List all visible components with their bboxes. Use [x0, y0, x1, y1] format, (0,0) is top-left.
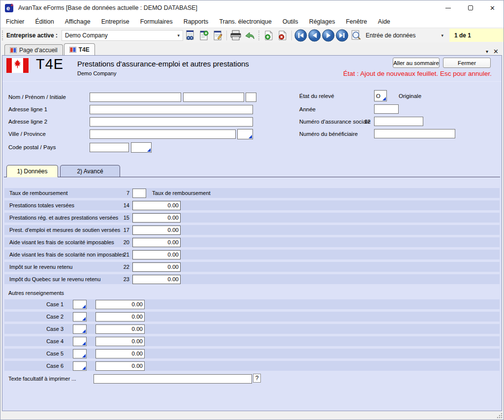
resize-grip-icon[interactable]	[496, 412, 503, 419]
initial-field[interactable]	[246, 92, 256, 102]
first-name-field[interactable]	[183, 92, 244, 102]
close-form-button[interactable]: Fermer	[443, 58, 491, 68]
find-company-button[interactable]	[184, 30, 196, 41]
year-field[interactable]	[374, 104, 399, 114]
case1-code-field[interactable]	[73, 299, 87, 309]
menu-fichier[interactable]: Fichier	[0, 16, 30, 27]
printer-icon	[230, 30, 242, 41]
postal-code-field[interactable]	[90, 142, 129, 152]
last-record-button[interactable]	[336, 30, 348, 41]
amount-field-23[interactable]	[132, 274, 181, 284]
window-title: AvanTax eForms [Base de données actuelle…	[18, 4, 197, 11]
case1-amount-field[interactable]	[95, 299, 145, 309]
row-box-number: 17	[117, 225, 129, 235]
mode-combobox[interactable]: Entrée de données ▾	[363, 30, 446, 41]
go-to-summary-button[interactable]: Aller au sommaire	[393, 58, 440, 68]
city-field[interactable]	[90, 129, 236, 139]
add-slip-button[interactable]	[262, 30, 275, 41]
case5-amount-field[interactable]	[95, 349, 145, 358]
case4-code-field[interactable]	[73, 336, 87, 346]
amount-field-17[interactable]	[132, 225, 181, 235]
slip-state-label: État du relevé	[299, 91, 334, 101]
chevron-down-icon[interactable]: ▾	[175, 33, 183, 38]
case4-amount-field[interactable]	[95, 336, 145, 346]
amount-field-20[interactable]	[132, 237, 181, 247]
edit-company-button[interactable]	[211, 30, 224, 41]
document-binoculars-icon	[185, 30, 195, 41]
subtab-avance[interactable]: 2) Avancé	[60, 165, 120, 177]
country-field[interactable]	[131, 142, 152, 153]
case2-code-field[interactable]	[73, 312, 87, 322]
menu-reglages[interactable]: Réglages	[304, 16, 341, 27]
case-label: Case 1	[9, 299, 63, 309]
close-button[interactable]: ✕	[481, 0, 504, 15]
active-company-label: Entreprise active :	[6, 32, 58, 39]
tab-close-icon[interactable]: ✕	[493, 48, 499, 55]
help-button[interactable]: ?	[253, 374, 261, 383]
case3-code-field[interactable]	[73, 324, 87, 334]
toolbar-separator	[226, 31, 227, 40]
amount-field-14[interactable]	[132, 200, 181, 210]
tab-page-accueil[interactable]: Page d'accueil	[4, 44, 63, 55]
case5-code-field[interactable]	[73, 349, 87, 358]
menu-aide[interactable]: Aide	[373, 16, 396, 27]
toolbar-separator	[258, 31, 260, 40]
address2-label: Adresse ligne 2	[8, 117, 47, 127]
nav-last-icon	[336, 29, 348, 42]
subtab-donnees[interactable]: 1) Données	[6, 165, 58, 177]
canada-flag-icon	[6, 58, 29, 73]
case6-amount-field[interactable]	[95, 361, 145, 371]
case-row-5: Case 5	[4, 349, 500, 358]
company-combobox[interactable]: Demo Company ▾	[62, 30, 183, 41]
tab-t4e[interactable]: T4E	[64, 43, 95, 55]
form-code: T4E	[36, 56, 63, 72]
amount-field-15[interactable]	[132, 213, 181, 223]
menu-formulaires[interactable]: Formulaires	[135, 16, 178, 27]
chevron-down-icon[interactable]: ▾	[438, 33, 446, 38]
maximize-button[interactable]	[459, 0, 481, 15]
tab-bar-controls: ▾ ✕	[486, 48, 504, 55]
first-record-button[interactable]	[294, 30, 307, 41]
preview-button[interactable]	[349, 30, 362, 41]
case-row-6: Case 6	[4, 361, 500, 371]
menu-entreprise[interactable]: Entreprise	[96, 16, 135, 27]
magnifier-page-icon	[350, 30, 362, 41]
last-name-field[interactable]	[90, 92, 181, 102]
case-label: Case 5	[9, 349, 63, 358]
add-company-button[interactable]	[197, 30, 210, 41]
amount-field-22[interactable]	[132, 262, 181, 272]
undo-button[interactable]	[243, 30, 256, 41]
province-field[interactable]	[237, 129, 253, 139]
menu-outils[interactable]: Outils	[277, 16, 304, 27]
case2-amount-field[interactable]	[95, 312, 145, 322]
subtab-divider	[4, 177, 500, 177]
menu-fenetre[interactable]: Fenêtre	[341, 16, 373, 27]
minimize-button[interactable]	[437, 0, 459, 15]
window-controls: ✕	[437, 0, 504, 15]
menu-trans-electronique[interactable]: Trans. électronique	[214, 16, 277, 27]
slip-state-field[interactable]	[374, 90, 387, 101]
address1-label: Adresse ligne 1	[8, 104, 47, 114]
sin-field[interactable]	[374, 116, 423, 126]
tab-list-icon[interactable]: ▾	[486, 49, 488, 54]
row-box-number: 22	[117, 262, 129, 272]
t4e-form-panel: T4E Prestations d'assurance-emploi et au…	[2, 55, 502, 411]
next-record-button[interactable]	[322, 30, 335, 41]
rate-field[interactable]	[132, 188, 146, 198]
previous-record-button[interactable]	[308, 30, 321, 41]
menu-edition[interactable]: Édition	[30, 16, 60, 27]
delete-slip-button[interactable]	[276, 30, 289, 41]
toolbar-grip[interactable]	[2, 31, 4, 40]
optional-text-field[interactable]	[94, 374, 252, 384]
address2-field[interactable]	[90, 117, 253, 127]
address1-field[interactable]	[90, 104, 253, 114]
recipient-number-field[interactable]	[374, 129, 455, 138]
print-button[interactable]	[229, 30, 242, 41]
form-icon	[69, 47, 76, 53]
case3-amount-field[interactable]	[95, 324, 145, 334]
amount-field-21[interactable]	[132, 250, 181, 259]
menu-rapports[interactable]: Rapports	[178, 16, 214, 27]
menu-affichage[interactable]: Affichage	[60, 16, 96, 27]
title-bar: e + AvanTax eForms [Base de données actu…	[0, 0, 504, 15]
case6-code-field[interactable]	[73, 361, 87, 371]
